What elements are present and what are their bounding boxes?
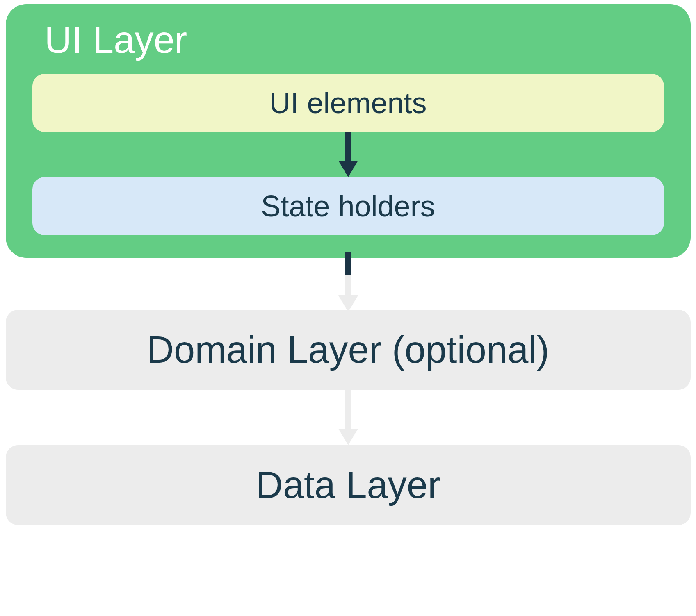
arrow-down-icon bbox=[336, 132, 361, 177]
domain-layer-label: Domain Layer (optional) bbox=[147, 329, 550, 371]
arrow-down-icon bbox=[336, 252, 361, 312]
arrow-ui-to-state bbox=[32, 132, 664, 177]
arrow-domain-to-data bbox=[336, 390, 361, 445]
ui-elements-box: UI elements bbox=[32, 74, 664, 132]
svg-marker-6 bbox=[338, 429, 358, 445]
svg-marker-4 bbox=[338, 295, 358, 312]
arrow-state-to-domain bbox=[336, 255, 361, 310]
ui-layer-container: UI Layer UI elements State holders bbox=[6, 4, 691, 258]
svg-marker-1 bbox=[338, 161, 358, 177]
domain-layer-box: Domain Layer (optional) bbox=[6, 310, 691, 390]
ui-layer-title: UI Layer bbox=[45, 18, 664, 61]
data-layer-box: Data Layer bbox=[6, 445, 691, 525]
architecture-diagram: UI Layer UI elements State holders Domai… bbox=[0, 0, 696, 529]
arrow-down-icon bbox=[336, 390, 361, 445]
state-holders-box: State holders bbox=[32, 177, 664, 235]
state-holders-label: State holders bbox=[261, 190, 435, 223]
ui-elements-label: UI elements bbox=[269, 86, 427, 119]
data-layer-label: Data Layer bbox=[256, 464, 440, 506]
